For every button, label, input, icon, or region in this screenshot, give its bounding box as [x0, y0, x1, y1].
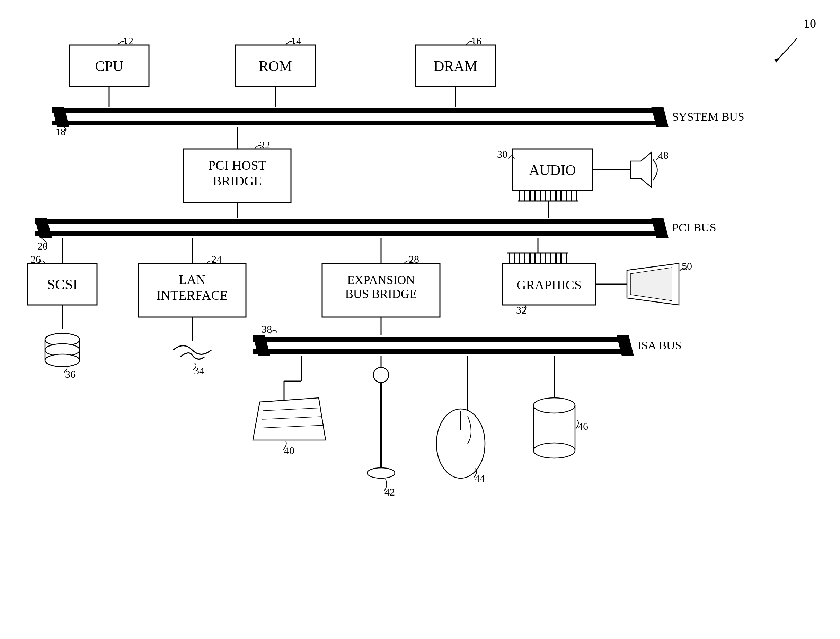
ref-10: 10 — [803, 17, 816, 30]
network-symbol1 — [173, 346, 211, 354]
speaker-wave1 — [653, 159, 657, 180]
lan-label1: LAN — [179, 272, 206, 287]
expansion-label2: BUS BRIDGE — [345, 287, 417, 301]
ref-18: 18 — [56, 126, 66, 137]
speaker-body — [630, 153, 651, 187]
ref-16: 16 — [471, 35, 481, 46]
disk-ellipse3 — [45, 354, 80, 367]
lan-label2: INTERFACE — [157, 288, 228, 302]
ref-10-arrow — [776, 38, 797, 62]
cylinder-bottom — [534, 443, 575, 458]
ref-36: 36 — [65, 368, 76, 380]
graphics-label: GRAPHICS — [516, 278, 581, 292]
scsi-label: SCSI — [47, 277, 78, 292]
joystick-ball — [373, 367, 389, 383]
pci-host-bridge-label2: BRIDGE — [213, 173, 262, 188]
ref-46: 46 — [578, 420, 588, 432]
ref-30: 30 — [497, 148, 508, 160]
expansion-label1: EXPANSION — [347, 273, 414, 287]
cpu-label: CPU — [95, 58, 123, 74]
system-bus-label: SYSTEM BUS — [672, 110, 745, 123]
pci-bus-label: PCI BUS — [672, 221, 716, 234]
isa-bus-label: ISA BUS — [637, 339, 682, 352]
ref-14: 14 — [291, 35, 302, 46]
rom-label: ROM — [259, 58, 292, 74]
ref-50: 50 — [682, 260, 692, 272]
pci-host-bridge-label1: PCI HOST — [208, 158, 267, 173]
ref-24: 24 — [211, 253, 222, 265]
architecture-diagram: 10 CPU 12 ROM 14 DRAM 16 SYSTEM BUS — [0, 0, 840, 639]
audio-label: AUDIO — [529, 162, 576, 178]
cylinder-top — [534, 398, 575, 413]
joystick-base — [367, 468, 395, 478]
ref-12: 12 — [123, 35, 133, 46]
ref-28: 28 — [409, 253, 419, 265]
ref-22: 22 — [260, 139, 270, 150]
diagram-container: 10 CPU 12 ROM 14 DRAM 16 SYSTEM BUS — [0, 0, 840, 639]
dram-label: DRAM — [433, 58, 477, 74]
